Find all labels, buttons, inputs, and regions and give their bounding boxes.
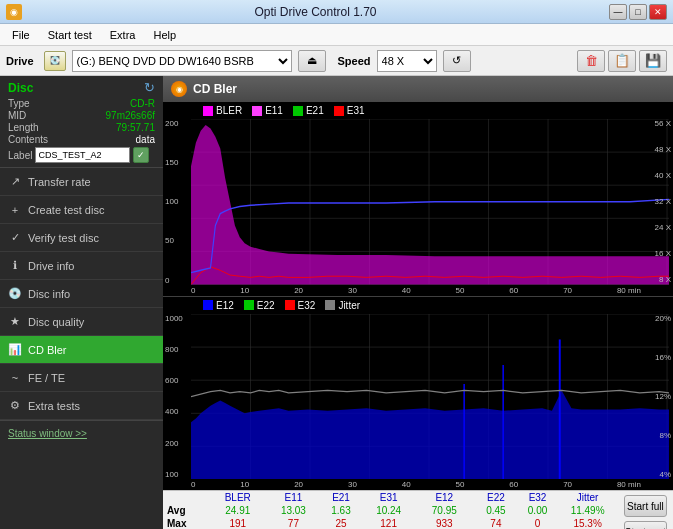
lower-chart-svg — [191, 314, 669, 480]
erase-button[interactable]: 🗑 — [577, 50, 605, 72]
e11-legend-color — [252, 106, 262, 116]
disc-refresh-icon[interactable]: ↻ — [144, 80, 155, 95]
sidebar-item-cd-bler[interactable]: 📊 CD Bler — [0, 336, 163, 364]
avg-e21: 1.63 — [319, 504, 363, 517]
y-label-100: 100 — [165, 470, 189, 479]
col-header-e12: E12 — [414, 491, 474, 504]
copy-button[interactable]: 📋 — [608, 50, 636, 72]
max-e21: 25 — [319, 517, 363, 529]
speed-select[interactable]: 48 X — [377, 50, 437, 72]
max-jitter: 15.3% — [557, 517, 618, 529]
sidebar-item-label: Drive info — [28, 260, 74, 272]
start-full-button[interactable]: Start full — [624, 495, 667, 517]
drive-label: Drive — [6, 55, 34, 67]
col-header-e11: E11 — [268, 491, 320, 504]
sidebar-item-label: Extra tests — [28, 400, 80, 412]
menu-help[interactable]: Help — [145, 27, 184, 43]
col-header-jitter: Jitter — [557, 491, 618, 504]
disc-contents-label: Contents — [8, 134, 48, 145]
y-label-1000: 1000 — [165, 314, 189, 323]
content-area: ◉ CD Bler BLER E11 E21 — [163, 76, 673, 529]
col-header-e22: E22 — [474, 491, 518, 504]
minimize-button[interactable]: — — [609, 4, 627, 20]
y-label-20pct: 20% — [643, 314, 671, 323]
chart-legend-2: E12 E22 E32 Jitter — [163, 297, 673, 314]
drive-select[interactable]: (G:) BENQ DVD DD DW1640 BSRB — [72, 50, 292, 72]
avg-jitter: 11.49% — [557, 504, 618, 517]
sidebar-item-create-test-disc[interactable]: + Create test disc — [0, 196, 163, 224]
upper-chart-svg — [191, 119, 669, 285]
y-label-48x: 48 X — [643, 145, 671, 154]
verify-disc-icon: ✓ — [8, 231, 22, 245]
e21-legend-color — [293, 106, 303, 116]
y-axis-left-2: 1000 800 600 400 200 100 — [163, 314, 191, 480]
stats-wrapper: BLER E11 E21 E31 E12 E22 E32 Jitter Avg — [163, 491, 618, 529]
menu-extra[interactable]: Extra — [102, 27, 144, 43]
save-button[interactable]: 💾 — [639, 50, 667, 72]
chart-title: CD Bler — [193, 82, 237, 96]
sidebar: Disc ↻ Type CD-R MID 97m26s66f Length 79… — [0, 76, 163, 529]
sidebar-item-disc-quality[interactable]: ★ Disc quality — [0, 308, 163, 336]
extra-tests-icon: ⚙ — [8, 399, 22, 413]
y-label-12pct: 12% — [643, 392, 671, 401]
jitter-legend-color — [325, 300, 335, 310]
e22-legend-color — [244, 300, 254, 310]
eject-button[interactable]: ⏏ — [298, 50, 326, 72]
fe-te-icon: ~ — [8, 371, 22, 385]
avg-e22: 0.45 — [474, 504, 518, 517]
sidebar-item-transfer-rate[interactable]: ↗ Transfer rate — [0, 168, 163, 196]
sidebar-item-label: CD Bler — [28, 344, 67, 356]
start-part-button[interactable]: Start part — [624, 521, 667, 529]
stats-row-avg: Avg 24.91 13.03 1.63 10.24 70.95 0.45 0.… — [163, 504, 618, 517]
disc-type-value: CD-R — [130, 98, 155, 109]
menu-file[interactable]: File — [4, 27, 38, 43]
y-label-50: 50 — [165, 236, 189, 245]
sidebar-item-drive-info[interactable]: ℹ Drive info — [0, 252, 163, 280]
sidebar-item-verify-test-disc[interactable]: ✓ Verify test disc — [0, 224, 163, 252]
col-header-bler: BLER — [208, 491, 268, 504]
avg-e31: 10.24 — [363, 504, 415, 517]
max-bler: 191 — [208, 517, 268, 529]
e12-legend-label: E12 — [216, 300, 234, 311]
disc-section: Disc ↻ Type CD-R MID 97m26s66f Length 79… — [0, 76, 163, 168]
menu-bar: File Start test Extra Help — [0, 24, 673, 46]
disc-label-input[interactable] — [35, 147, 130, 163]
e21-legend-label: E21 — [306, 105, 324, 116]
e22-legend-label: E22 — [257, 300, 275, 311]
disc-mid-value: 97m26s66f — [106, 110, 155, 121]
menu-start-test[interactable]: Start test — [40, 27, 100, 43]
stats-buttons-area: BLER E11 E21 E31 E12 E22 E32 Jitter Avg — [163, 490, 673, 529]
sidebar-status-window[interactable]: Status window >> — [0, 420, 163, 446]
x-axis-labels-1: 0 10 20 30 40 50 60 70 80 min — [163, 285, 673, 296]
row-label-max: Max — [163, 517, 208, 529]
y-label-200: 200 — [165, 119, 189, 128]
drive-bar: Drive 💽 (G:) BENQ DVD DD DW1640 BSRB ⏏ S… — [0, 46, 673, 76]
status-window-link[interactable]: Status window >> — [8, 428, 87, 439]
sidebar-item-label: Disc info — [28, 288, 70, 300]
y-label-16x: 16 X — [643, 249, 671, 258]
avg-bler: 24.91 — [208, 504, 268, 517]
disc-label-apply-button[interactable]: ✓ — [133, 147, 149, 163]
y-label-200: 200 — [165, 439, 189, 448]
app-icon: ◉ — [6, 4, 22, 20]
refresh-button[interactable]: ↺ — [443, 50, 471, 72]
e31-legend-label: E31 — [347, 105, 365, 116]
stats-row-max: Max 191 77 25 121 933 74 0 15.3% — [163, 517, 618, 529]
e11-legend-label: E11 — [265, 105, 283, 116]
disc-length-value: 79:57.71 — [116, 122, 155, 133]
sidebar-item-fe-te[interactable]: ~ FE / TE — [0, 364, 163, 392]
sidebar-item-label: FE / TE — [28, 372, 65, 384]
y-label-32x: 32 X — [643, 197, 671, 206]
y-axis-right-1: 56 X 48 X 40 X 32 X 24 X 16 X 8 X — [641, 119, 673, 285]
col-header-e31: E31 — [363, 491, 415, 504]
row-label-avg: Avg — [163, 504, 208, 517]
x-axis-labels-2: 0 10 20 30 40 50 60 70 80 min — [163, 479, 673, 490]
transfer-rate-icon: ↗ — [8, 175, 22, 189]
max-e32: 0 — [518, 517, 558, 529]
sidebar-item-disc-info[interactable]: 💿 Disc info — [0, 280, 163, 308]
disc-length-label: Length — [8, 122, 39, 133]
close-button[interactable]: ✕ — [649, 4, 667, 20]
lower-chart-area: 1000 800 600 400 200 100 20% 16% 12% 8% … — [163, 314, 673, 480]
sidebar-item-extra-tests[interactable]: ⚙ Extra tests — [0, 392, 163, 420]
maximize-button[interactable]: □ — [629, 4, 647, 20]
